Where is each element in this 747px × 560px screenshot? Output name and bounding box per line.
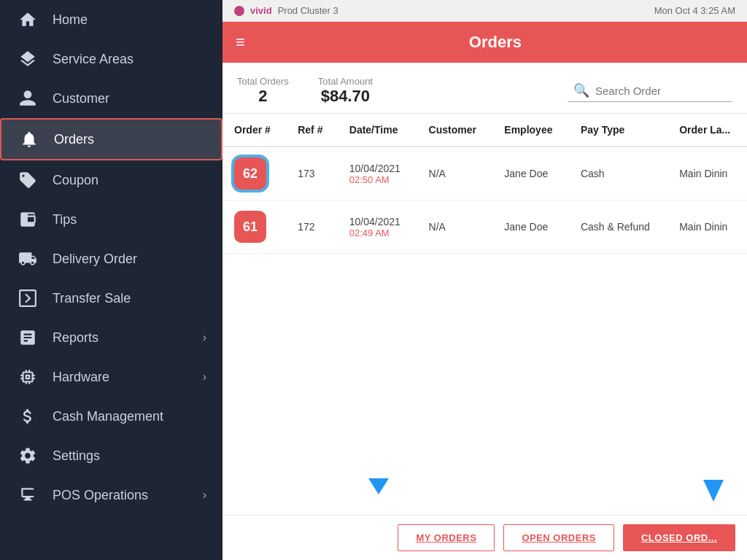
table-row[interactable]: 62 173 10/04/2021 02:50 AM N/A Jane Doe … bbox=[222, 147, 747, 201]
cell-customer: N/A bbox=[417, 147, 493, 201]
cell-ref: 173 bbox=[286, 147, 338, 201]
sidebar-item-customer[interactable]: Customer bbox=[0, 79, 222, 118]
col-employee: Employee bbox=[492, 114, 569, 147]
cell-pay-type: Cash & Refund bbox=[569, 201, 667, 254]
cell-ref: 172 bbox=[286, 201, 338, 254]
order-badge[interactable]: 62 bbox=[234, 158, 266, 190]
system-info-bar: vivid Prod Cluster 3 Mon Oct 4 3:25 AM bbox=[222, 0, 747, 22]
hamburger-menu[interactable]: ≡ bbox=[236, 33, 245, 52]
table-row[interactable]: 61 172 10/04/2021 02:49 AM N/A Jane Doe … bbox=[222, 201, 747, 254]
cell-employee: Jane Doe bbox=[492, 147, 569, 201]
sidebar-item-orders[interactable]: Orders bbox=[0, 118, 222, 160]
my-orders-button[interactable]: MY ORDERS bbox=[398, 524, 495, 551]
sidebar-item-home[interactable]: Home bbox=[0, 0, 222, 39]
col-ref: Ref # bbox=[286, 114, 338, 147]
total-orders-value: 2 bbox=[258, 87, 267, 106]
cell-order-num[interactable]: 61 bbox=[222, 201, 286, 254]
cell-order-location: Main Dinin bbox=[667, 147, 747, 201]
search-input[interactable] bbox=[595, 85, 727, 97]
col-customer: Customer bbox=[417, 114, 493, 147]
bell-icon bbox=[18, 130, 41, 149]
col-pay-type: Pay Type bbox=[569, 114, 667, 147]
bottom-bar: MY ORDERS OPEN ORDERS CLOSED ORD... bbox=[222, 515, 747, 560]
reports-chevron-icon: › bbox=[203, 331, 206, 344]
total-amount-value: $84.70 bbox=[321, 87, 370, 106]
sidebar-item-pos-operations[interactable]: POS Operations › bbox=[0, 475, 222, 515]
cell-employee: Jane Doe bbox=[492, 201, 569, 254]
tag-icon bbox=[16, 171, 39, 190]
cluster-info: vivid Prod Cluster 3 bbox=[234, 5, 338, 16]
pos-operations-chevron-icon: › bbox=[203, 489, 206, 502]
cash-icon bbox=[16, 407, 39, 426]
hardware-chevron-icon: › bbox=[203, 370, 206, 384]
open-orders-button[interactable]: OPEN ORDERS bbox=[503, 524, 614, 551]
main-content: vivid Prod Cluster 3 Mon Oct 4 3:25 AM ≡… bbox=[222, 0, 747, 560]
transfer-icon bbox=[16, 289, 39, 308]
home-icon bbox=[16, 10, 39, 29]
cell-customer: N/A bbox=[417, 201, 493, 254]
sidebar-item-transfer-sale[interactable]: Transfer Sale bbox=[0, 279, 222, 318]
sidebar-item-coupon[interactable]: Coupon bbox=[0, 160, 222, 200]
order-badge[interactable]: 61 bbox=[234, 211, 266, 243]
sidebar-item-hardware[interactable]: Hardware › bbox=[0, 357, 222, 397]
sidebar: Home Service Areas Customer Orders Coupo… bbox=[0, 0, 222, 560]
orders-table-container: Order # Ref # Date/Time Customer Employe… bbox=[222, 114, 747, 515]
chart-icon bbox=[16, 328, 39, 347]
col-order-num: Order # bbox=[222, 114, 286, 147]
cell-order-num[interactable]: 62 bbox=[222, 147, 286, 201]
sidebar-item-delivery-order[interactable]: Delivery Order bbox=[0, 239, 222, 279]
cell-datetime: 10/04/2021 02:50 AM bbox=[338, 147, 417, 201]
page-title: Orders bbox=[257, 33, 734, 52]
truck-icon bbox=[16, 249, 39, 268]
sidebar-item-settings[interactable]: Settings bbox=[0, 436, 222, 475]
hardware-icon bbox=[16, 368, 39, 386]
layers-icon bbox=[16, 50, 39, 69]
total-amount-stat: Total Amount $84.70 bbox=[318, 76, 373, 106]
header-bar: ≡ Orders bbox=[222, 22, 747, 63]
person-icon bbox=[16, 89, 39, 108]
cell-datetime: 10/04/2021 02:49 AM bbox=[338, 201, 417, 254]
vivid-logo bbox=[234, 6, 244, 16]
search-box[interactable]: 🔍 bbox=[568, 79, 732, 102]
cluster-label: vivid bbox=[250, 5, 272, 16]
sidebar-item-cash-management[interactable]: Cash Management bbox=[0, 397, 222, 436]
col-datetime: Date/Time bbox=[338, 114, 417, 147]
sidebar-item-reports[interactable]: Reports › bbox=[0, 318, 222, 357]
search-icon: 🔍 bbox=[573, 82, 589, 98]
wallet-icon bbox=[16, 210, 39, 229]
datetime-label: Mon Oct 4 3:25 AM bbox=[654, 5, 735, 16]
total-amount-label: Total Amount bbox=[318, 76, 373, 87]
stats-row: Total Orders 2 Total Amount $84.70 🔍 bbox=[222, 63, 747, 114]
settings-icon bbox=[16, 446, 39, 465]
col-order-location: Order La... bbox=[667, 114, 747, 147]
total-orders-label: Total Orders bbox=[237, 76, 289, 87]
pos-icon bbox=[16, 486, 39, 505]
cluster-name: Prod Cluster 3 bbox=[278, 5, 338, 16]
closed-orders-button[interactable]: CLOSED ORD... bbox=[623, 524, 735, 551]
cell-order-location: Main Dinin bbox=[667, 201, 747, 254]
sidebar-item-service-areas[interactable]: Service Areas bbox=[0, 39, 222, 79]
table-header-row: Order # Ref # Date/Time Customer Employe… bbox=[222, 114, 747, 147]
cell-pay-type: Cash bbox=[569, 147, 667, 201]
orders-table: Order # Ref # Date/Time Customer Employe… bbox=[222, 114, 747, 254]
sidebar-item-tips[interactable]: Tips bbox=[0, 200, 222, 239]
total-orders-stat: Total Orders 2 bbox=[237, 76, 289, 106]
